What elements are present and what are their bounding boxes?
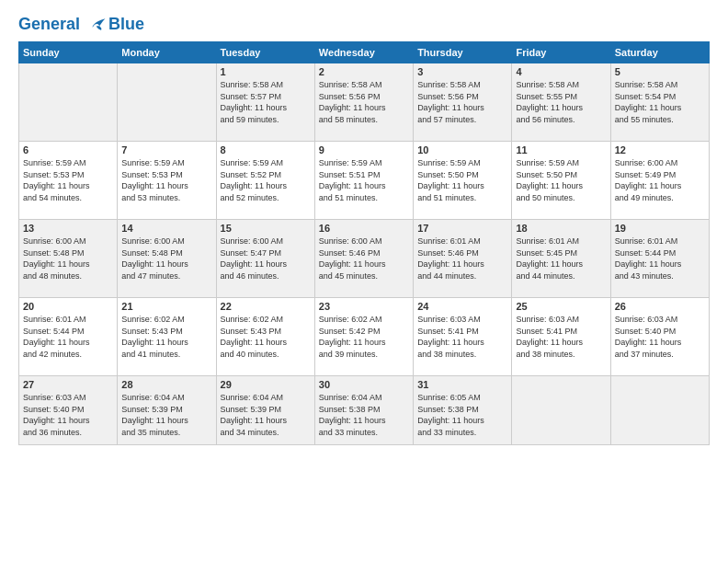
header: General Blue xyxy=(18,15,710,34)
day-info: Sunrise: 6:01 AM Sunset: 5:44 PM Dayligh… xyxy=(23,314,113,360)
day-info: Sunrise: 6:01 AM Sunset: 5:45 PM Dayligh… xyxy=(516,236,606,282)
day-info: Sunrise: 6:00 AM Sunset: 5:48 PM Dayligh… xyxy=(23,236,113,282)
day-cell: 25Sunrise: 6:03 AM Sunset: 5:41 PM Dayli… xyxy=(512,298,610,376)
day-info: Sunrise: 6:01 AM Sunset: 5:46 PM Dayligh… xyxy=(417,236,507,282)
day-cell xyxy=(512,376,610,445)
header-friday: Friday xyxy=(512,42,610,63)
day-cell: 10Sunrise: 5:59 AM Sunset: 5:50 PM Dayli… xyxy=(414,142,512,220)
day-info: Sunrise: 5:58 AM Sunset: 5:56 PM Dayligh… xyxy=(417,79,507,125)
logo: General Blue xyxy=(18,15,144,34)
day-number: 5 xyxy=(615,66,705,77)
day-cell: 31Sunrise: 6:05 AM Sunset: 5:38 PM Dayli… xyxy=(414,376,512,445)
day-info: Sunrise: 6:02 AM Sunset: 5:42 PM Dayligh… xyxy=(319,314,409,360)
header-thursday: Thursday xyxy=(414,42,512,63)
day-info: Sunrise: 6:03 AM Sunset: 5:41 PM Dayligh… xyxy=(516,314,606,360)
day-cell xyxy=(610,376,709,445)
day-info: Sunrise: 6:04 AM Sunset: 5:39 PM Dayligh… xyxy=(221,392,311,438)
day-number: 16 xyxy=(319,223,409,234)
day-cell: 12Sunrise: 6:00 AM Sunset: 5:49 PM Dayli… xyxy=(610,142,709,220)
day-cell: 28Sunrise: 6:04 AM Sunset: 5:39 PM Dayli… xyxy=(118,376,216,445)
day-number: 27 xyxy=(23,379,113,390)
day-number: 20 xyxy=(23,301,113,312)
day-number: 21 xyxy=(121,301,211,312)
day-number: 28 xyxy=(121,379,211,390)
day-cell: 11Sunrise: 5:59 AM Sunset: 5:50 PM Dayli… xyxy=(512,142,610,220)
day-cell: 9Sunrise: 5:59 AM Sunset: 5:51 PM Daylig… xyxy=(314,142,413,220)
day-cell: 21Sunrise: 6:02 AM Sunset: 5:43 PM Dayli… xyxy=(118,298,216,376)
day-number: 22 xyxy=(221,301,311,312)
day-cell: 4Sunrise: 5:58 AM Sunset: 5:55 PM Daylig… xyxy=(512,63,610,142)
day-cell: 14Sunrise: 6:00 AM Sunset: 5:48 PM Dayli… xyxy=(118,220,216,298)
day-info: Sunrise: 6:00 AM Sunset: 5:49 PM Dayligh… xyxy=(615,157,705,203)
header-saturday: Saturday xyxy=(610,42,709,63)
day-cell: 27Sunrise: 6:03 AM Sunset: 5:40 PM Dayli… xyxy=(19,376,118,445)
week-row-1: 1Sunrise: 5:58 AM Sunset: 5:57 PM Daylig… xyxy=(19,63,710,142)
day-info: Sunrise: 6:04 AM Sunset: 5:39 PM Dayligh… xyxy=(121,392,211,438)
week-row-3: 13Sunrise: 6:00 AM Sunset: 5:48 PM Dayli… xyxy=(19,220,710,298)
day-cell xyxy=(19,63,118,142)
day-info: Sunrise: 6:00 AM Sunset: 5:48 PM Dayligh… xyxy=(121,236,211,282)
logo-blue: Blue xyxy=(108,15,144,34)
day-number: 4 xyxy=(516,66,606,77)
day-number: 7 xyxy=(121,144,211,155)
day-info: Sunrise: 5:59 AM Sunset: 5:53 PM Dayligh… xyxy=(121,157,211,203)
header-sunday: Sunday xyxy=(19,42,118,63)
day-info: Sunrise: 5:58 AM Sunset: 5:57 PM Dayligh… xyxy=(221,79,311,125)
day-info: Sunrise: 5:59 AM Sunset: 5:51 PM Dayligh… xyxy=(319,157,409,203)
day-info: Sunrise: 6:02 AM Sunset: 5:43 PM Dayligh… xyxy=(221,314,311,360)
day-cell: 6Sunrise: 5:59 AM Sunset: 5:53 PM Daylig… xyxy=(19,142,118,220)
day-number: 14 xyxy=(121,223,211,234)
logo-bird-icon xyxy=(86,13,107,33)
day-info: Sunrise: 5:58 AM Sunset: 5:54 PM Dayligh… xyxy=(615,79,705,125)
day-cell: 24Sunrise: 6:03 AM Sunset: 5:41 PM Dayli… xyxy=(414,298,512,376)
day-cell: 26Sunrise: 6:03 AM Sunset: 5:40 PM Dayli… xyxy=(610,298,709,376)
day-cell: 17Sunrise: 6:01 AM Sunset: 5:46 PM Dayli… xyxy=(414,220,512,298)
header-wednesday: Wednesday xyxy=(314,42,413,63)
day-cell: 15Sunrise: 6:00 AM Sunset: 5:47 PM Dayli… xyxy=(216,220,314,298)
day-info: Sunrise: 6:03 AM Sunset: 5:40 PM Dayligh… xyxy=(615,314,705,360)
day-cell: 1Sunrise: 5:58 AM Sunset: 5:57 PM Daylig… xyxy=(216,63,314,142)
day-cell: 19Sunrise: 6:01 AM Sunset: 5:44 PM Dayli… xyxy=(610,220,709,298)
header-monday: Monday xyxy=(118,42,216,63)
day-info: Sunrise: 5:59 AM Sunset: 5:52 PM Dayligh… xyxy=(221,157,311,203)
day-info: Sunrise: 6:04 AM Sunset: 5:38 PM Dayligh… xyxy=(319,392,409,438)
day-number: 1 xyxy=(221,66,311,77)
day-number: 26 xyxy=(615,301,705,312)
day-cell: 16Sunrise: 6:00 AM Sunset: 5:46 PM Dayli… xyxy=(314,220,413,298)
day-cell: 3Sunrise: 5:58 AM Sunset: 5:56 PM Daylig… xyxy=(414,63,512,142)
day-number: 2 xyxy=(319,66,409,77)
day-info: Sunrise: 6:00 AM Sunset: 5:47 PM Dayligh… xyxy=(221,236,311,282)
day-info: Sunrise: 6:02 AM Sunset: 5:43 PM Dayligh… xyxy=(121,314,211,360)
day-number: 25 xyxy=(516,301,606,312)
day-number: 23 xyxy=(319,301,409,312)
day-info: Sunrise: 6:03 AM Sunset: 5:40 PM Dayligh… xyxy=(23,392,113,438)
week-row-2: 6Sunrise: 5:59 AM Sunset: 5:53 PM Daylig… xyxy=(19,142,710,220)
day-cell: 18Sunrise: 6:01 AM Sunset: 5:45 PM Dayli… xyxy=(512,220,610,298)
day-cell: 20Sunrise: 6:01 AM Sunset: 5:44 PM Dayli… xyxy=(19,298,118,376)
day-number: 29 xyxy=(221,379,311,390)
day-number: 11 xyxy=(516,144,606,155)
day-number: 24 xyxy=(417,301,507,312)
day-cell: 22Sunrise: 6:02 AM Sunset: 5:43 PM Dayli… xyxy=(216,298,314,376)
day-number: 31 xyxy=(417,379,507,390)
day-info: Sunrise: 5:59 AM Sunset: 5:50 PM Dayligh… xyxy=(516,157,606,203)
day-info: Sunrise: 6:00 AM Sunset: 5:46 PM Dayligh… xyxy=(319,236,409,282)
calendar-table: Sunday Monday Tuesday Wednesday Thursday… xyxy=(18,41,710,445)
page: General Blue Sunday Monday Tuesday xyxy=(0,0,728,563)
day-number: 6 xyxy=(23,144,113,155)
day-number: 18 xyxy=(516,223,606,234)
header-tuesday: Tuesday xyxy=(216,42,314,63)
day-number: 17 xyxy=(417,223,507,234)
day-info: Sunrise: 5:58 AM Sunset: 5:55 PM Dayligh… xyxy=(516,79,606,125)
day-number: 15 xyxy=(221,223,311,234)
week-row-5: 27Sunrise: 6:03 AM Sunset: 5:40 PM Dayli… xyxy=(19,376,710,445)
weekday-header-row: Sunday Monday Tuesday Wednesday Thursday… xyxy=(19,42,710,63)
day-cell: 23Sunrise: 6:02 AM Sunset: 5:42 PM Dayli… xyxy=(314,298,413,376)
week-row-4: 20Sunrise: 6:01 AM Sunset: 5:44 PM Dayli… xyxy=(19,298,710,376)
day-cell: 5Sunrise: 5:58 AM Sunset: 5:54 PM Daylig… xyxy=(610,63,709,142)
day-number: 3 xyxy=(417,66,507,77)
day-cell xyxy=(118,63,216,142)
day-cell: 7Sunrise: 5:59 AM Sunset: 5:53 PM Daylig… xyxy=(118,142,216,220)
day-number: 10 xyxy=(417,144,507,155)
day-cell: 2Sunrise: 5:58 AM Sunset: 5:56 PM Daylig… xyxy=(314,63,413,142)
